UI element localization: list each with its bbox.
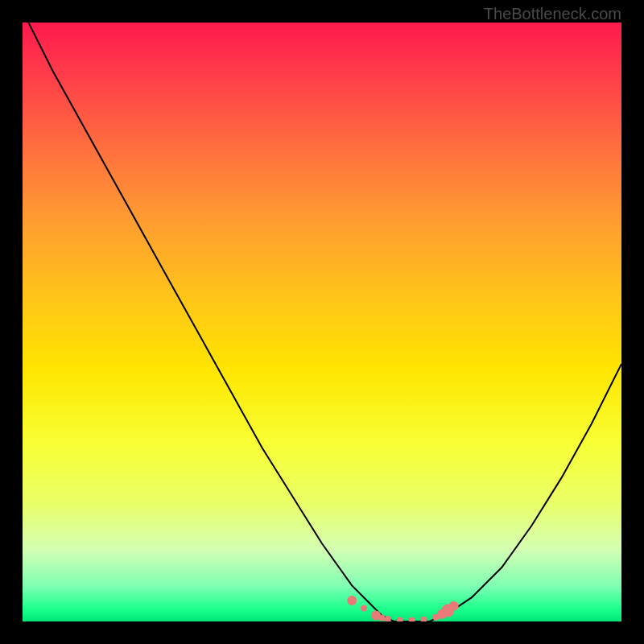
marker-dot — [361, 605, 367, 612]
chart-frame: TheBottleneck.com — [0, 0, 644, 644]
plot-area — [23, 23, 621, 621]
bottleneck-curve — [28, 23, 621, 621]
watermark-text: TheBottleneck.com — [484, 5, 621, 23]
marker-layer — [347, 596, 459, 621]
curve-svg — [23, 23, 621, 621]
marker-dot — [421, 617, 427, 621]
marker-dot — [378, 615, 385, 621]
marker-dot — [397, 617, 403, 622]
marker-dot — [409, 617, 415, 622]
curve-layer — [28, 23, 621, 621]
marker-dot — [347, 596, 357, 605]
marker-dot — [449, 601, 459, 611]
